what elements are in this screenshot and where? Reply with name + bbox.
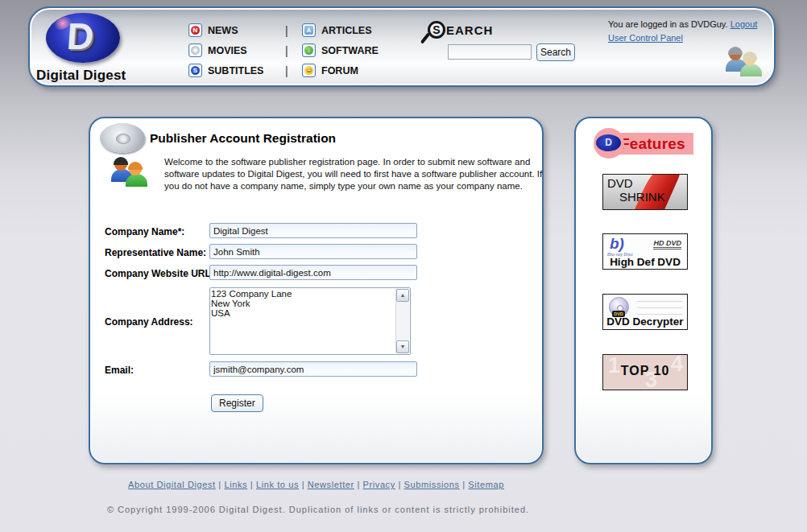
footer-link-about[interactable]: About Digital Digest [128, 480, 216, 489]
movies-icon [188, 43, 202, 57]
company-address-textarea[interactable]: 123 Company Lane New York USA [211, 289, 395, 353]
footer-separator: | [398, 480, 400, 489]
website-url-input[interactable] [209, 265, 417, 280]
nav-item-subtitles[interactable]: S SUBTITLES [188, 64, 263, 77]
decorative-line [637, 307, 682, 308]
copyright-text: © Copyright 1999-2006 Digital Digest. Du… [48, 505, 588, 514]
nav-item-news[interactable]: N NEWS [188, 23, 238, 37]
footer-links: About Digital Digest | Links | Link to u… [85, 480, 548, 489]
dvd-decrypter-label: DVD Decrypter [603, 315, 687, 328]
high-def-dvd-label: High Def DVD [603, 256, 687, 268]
features-disc-icon: D [596, 134, 621, 151]
company-address-label: Company Address: [105, 316, 193, 328]
search-title: S EARCH [428, 21, 493, 39]
subtitles-icon: S [188, 64, 202, 77]
articles-icon: A [302, 23, 316, 37]
feature-banner-high-def-dvd[interactable]: b) Blu-ray Disc HD DVD High Def DVD [602, 233, 688, 270]
nav-separator: | [285, 24, 288, 37]
search-icon: S [428, 21, 445, 39]
decorative-line [637, 301, 682, 302]
user-front-hair [743, 52, 757, 60]
features-panel: Features D DVD SHRINK b) Blu-ray Disc HD… [574, 117, 713, 464]
features-title: Features [618, 133, 693, 155]
user-back-hair [728, 47, 743, 55]
logo-letter: D [65, 14, 95, 58]
users-icon [724, 47, 766, 84]
logo[interactable]: D Digital Digest [36, 10, 157, 87]
features-logo-circle: D [594, 128, 624, 159]
header-panel: D Digital Digest N NEWS MOVIES S SUBTITL… [28, 6, 776, 87]
search-input[interactable] [448, 44, 532, 60]
nav-item-software[interactable]: ↓ SOFTWARE [302, 43, 379, 57]
register-button[interactable]: Register [211, 394, 263, 412]
disc-icon [100, 123, 145, 153]
footer-link-links[interactable]: Links [224, 480, 247, 489]
email-input[interactable] [209, 361, 417, 377]
publishers-icon [111, 157, 150, 192]
hddvd-logo: HD DVD [653, 239, 681, 250]
representative-name-label: Representative Name: [105, 247, 206, 258]
publisher-back-hair [114, 157, 128, 165]
nav-item-movies[interactable]: MOVIES [188, 43, 247, 57]
feature-banner-dvd-decrypter[interactable]: DVD DVD Decrypter [602, 294, 688, 330]
nav-item-forum[interactable]: ☺ FORUM [302, 64, 358, 77]
footer-separator: | [357, 480, 359, 489]
company-name-input[interactable] [209, 223, 417, 238]
footer-link-link-to-us[interactable]: Link to us [256, 480, 299, 489]
bluray-logo: b) [610, 235, 624, 253]
search-section: S EARCH [428, 21, 493, 39]
footer-separator: | [302, 480, 304, 489]
user-front-torso [740, 64, 762, 76]
logo-disc-icon: D [46, 13, 120, 63]
login-info: You are logged in as DVDGuy. Logout User… [608, 18, 776, 45]
footer-link-newsletter[interactable]: Newsletter [308, 480, 354, 489]
top10-label: TOP 10 [603, 364, 687, 378]
nav-label-news: NEWS [208, 25, 238, 36]
footer-separator: | [462, 480, 465, 489]
publisher-front-torso [126, 174, 147, 187]
forum-icon: ☺ [302, 64, 316, 77]
nav-separator: | [285, 44, 288, 57]
email-label: Email: [105, 365, 134, 376]
search-button[interactable]: Search [536, 43, 575, 61]
welcome-text: Welcome to the software publisher regist… [164, 156, 543, 192]
logout-link[interactable]: Logout [730, 19, 758, 29]
page: D Digital Digest N NEWS MOVIES S SUBTITL… [0, 0, 807, 532]
dvd-shrink-line1: DVD [607, 176, 633, 190]
software-icon: ↓ [302, 43, 316, 57]
nav-item-articles[interactable]: A ARTICLES [302, 23, 372, 37]
decorative-line [637, 314, 682, 315]
nav-label-software: SOFTWARE [321, 45, 379, 56]
registration-panel: Publisher Account Registration Welcome t… [89, 117, 544, 464]
login-status-text: You are logged in as DVDGuy. [608, 19, 728, 29]
feature-banner-top-10[interactable]: 1 3 4 TOP 10 [602, 354, 688, 390]
news-icon: N [188, 23, 202, 37]
search-title-text: EARCH [446, 23, 493, 37]
feature-banner-dvd-shrink[interactable]: DVD SHRINK [602, 174, 688, 210]
nav-label-subtitles: SUBTITLES [208, 65, 263, 76]
footer-separator: | [250, 480, 253, 489]
nav-separator: | [285, 64, 288, 77]
publisher-front-hair [128, 162, 143, 170]
footer-link-submissions[interactable]: Submissions [404, 480, 460, 489]
scrollbar-down-button[interactable]: ▼ [396, 340, 409, 353]
footer-link-sitemap[interactable]: Sitemap [468, 480, 504, 489]
page-title: Publisher Account Registration [150, 131, 336, 146]
textarea-scrollbar[interactable]: ▲ ▼ [395, 289, 409, 353]
nav-label-movies: MOVIES [208, 45, 247, 56]
logo-text: Digital Digest [36, 68, 157, 84]
nav-label-forum: FORUM [321, 65, 358, 76]
footer-link-privacy[interactable]: Privacy [363, 480, 395, 489]
website-url-label: Company Website URL: [105, 268, 214, 279]
features-title-bar: Features [618, 133, 693, 155]
dvd-shrink-line2: SHRINK [619, 190, 665, 204]
company-name-label: Company Name*: [105, 226, 184, 237]
footer-separator: | [218, 480, 221, 489]
nav-label-articles: ARTICLES [321, 25, 372, 36]
scrollbar-up-button[interactable]: ▲ [396, 289, 409, 302]
user-control-panel-link[interactable]: User Control Panel [608, 33, 683, 43]
company-address-field: 123 Company Lane New York USA ▲ ▼ [209, 287, 411, 355]
representative-name-input[interactable] [209, 244, 417, 259]
